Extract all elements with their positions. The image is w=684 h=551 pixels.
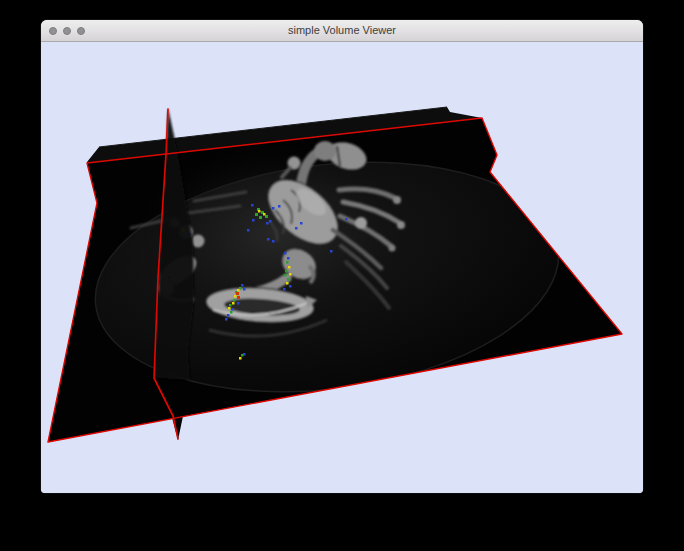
- window-title: simple Volume Viewer: [41, 20, 643, 42]
- window-titlebar[interactable]: simple Volume Viewer: [41, 20, 643, 42]
- render-scene: [41, 42, 643, 493]
- desktop: { "window": { "title": "simple Volume Vi…: [0, 0, 684, 551]
- app-window: simple Volume Viewer: [41, 20, 643, 493]
- volume-viewer-canvas[interactable]: [41, 42, 643, 493]
